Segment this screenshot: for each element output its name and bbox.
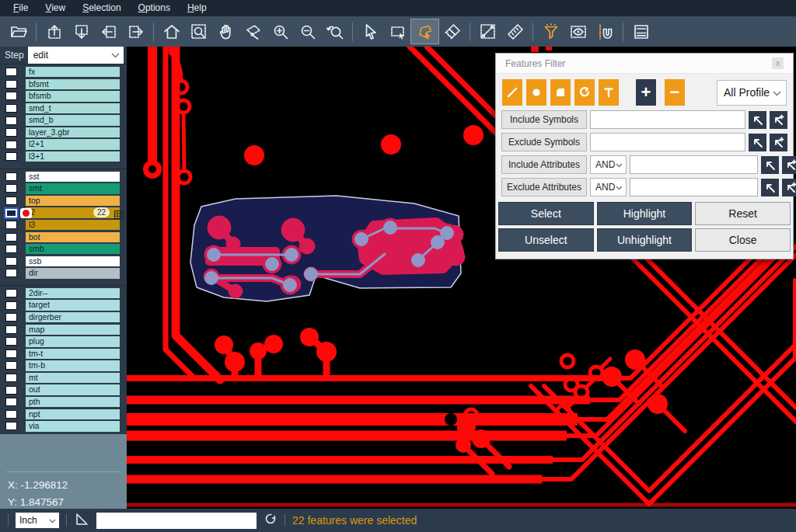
- layer-row-l2+1[interactable]: l2+1: [0, 139, 127, 149]
- pick-icon[interactable]: [749, 134, 766, 151]
- step-export-top-icon[interactable]: [40, 19, 68, 43]
- layer-checkbox[interactable]: [5, 337, 17, 346]
- measure-icon[interactable]: [474, 19, 501, 43]
- layer-row-2dir--[interactable]: 2dir--: [0, 288, 127, 298]
- snap-magnet-icon[interactable]: [592, 19, 619, 43]
- layer-checkbox[interactable]: [5, 184, 17, 193]
- profile-select[interactable]: All Profile: [717, 80, 787, 106]
- layer-panel-icon[interactable]: [627, 19, 655, 43]
- layer-name[interactable]: via: [26, 421, 120, 431]
- layer-checkbox[interactable]: [5, 410, 17, 419]
- layer-name[interactable]: tm-t: [26, 349, 120, 359]
- open-folder-icon[interactable]: [5, 19, 32, 43]
- units-select[interactable]: Inch: [16, 513, 59, 528]
- ruler-icon[interactable]: [501, 19, 529, 43]
- layer-checkbox[interactable]: [5, 386, 17, 395]
- menu-options[interactable]: Options: [130, 1, 179, 16]
- remove-filter-button[interactable]: −: [665, 79, 685, 106]
- surface-filter-button[interactable]: [550, 79, 571, 106]
- layer-checkbox[interactable]: [5, 233, 17, 242]
- layer-checkbox[interactable]: [5, 245, 17, 253]
- layer-name[interactable]: 2dir--: [26, 288, 120, 298]
- layer-checkbox[interactable]: [5, 92, 17, 100]
- features-filter-icon[interactable]: [537, 19, 564, 43]
- layer-checkbox[interactable]: [5, 128, 17, 137]
- layer-checkbox[interactable]: [5, 349, 17, 358]
- pick-add-icon[interactable]: [770, 134, 787, 151]
- layer-row-top[interactable]: top: [0, 196, 127, 206]
- layer-row-smd_t[interactable]: smd_t: [0, 103, 127, 113]
- layer-row-tm-b[interactable]: tm-b: [0, 360, 127, 370]
- zoom-out-icon[interactable]: [294, 19, 321, 43]
- layer-checkbox[interactable]: [5, 398, 17, 406]
- exclude-attributes-input[interactable]: [630, 178, 758, 196]
- select-button[interactable]: Select: [498, 202, 594, 225]
- layer-row-fx[interactable]: fx: [0, 67, 127, 77]
- layer-row-out[interactable]: out: [0, 384, 127, 395]
- layer-name[interactable]: bfsmt: [26, 79, 120, 89]
- select-polygon-icon[interactable]: [411, 19, 438, 43]
- layer-name[interactable]: sst: [26, 172, 120, 182]
- layer-row-sst[interactable]: sst: [0, 172, 127, 182]
- layer-name[interactable]: tm-b: [26, 360, 120, 370]
- layer-row-via[interactable]: via: [0, 421, 127, 431]
- zoom-window-icon[interactable]: [185, 19, 212, 43]
- pan-hand-icon[interactable]: [212, 19, 239, 43]
- layer-checkbox[interactable]: [5, 289, 17, 297]
- close-button[interactable]: Close: [695, 228, 791, 252]
- pick-icon[interactable]: [761, 179, 779, 196]
- layer-checkbox[interactable]: [5, 313, 17, 322]
- layer-row-mt[interactable]: mt: [0, 373, 127, 383]
- layer-name[interactable]: smd_t: [26, 103, 120, 113]
- layer-row-dirgerber[interactable]: dirgerber: [0, 312, 127, 322]
- step-export-left-icon[interactable]: [95, 19, 122, 43]
- layer-row-pth[interactable]: pth: [0, 397, 127, 407]
- layer-row-l3[interactable]: l3: [0, 220, 127, 230]
- layer-row-bfsmb[interactable]: bfsmb: [0, 91, 127, 101]
- clear-brush-icon[interactable]: [438, 19, 466, 43]
- layer-checkbox[interactable]: [5, 80, 17, 89]
- add-filter-button[interactable]: +: [636, 79, 656, 106]
- layer-checkbox[interactable]: [5, 196, 17, 205]
- pick-add-icon[interactable]: [782, 179, 796, 196]
- layer-name[interactable]: ssb: [26, 256, 120, 266]
- layer-checkbox[interactable]: [5, 257, 17, 266]
- layer-checkbox[interactable]: [5, 269, 17, 277]
- layer-checkbox[interactable]: [5, 209, 17, 217]
- include-symbols-input[interactable]: [590, 110, 745, 129]
- step-export-right-icon[interactable]: [122, 19, 149, 43]
- exclude-attributes-operator-select[interactable]: AND: [590, 178, 627, 196]
- home-view-icon[interactable]: [158, 19, 185, 43]
- exclude-symbols-input[interactable]: [590, 133, 745, 151]
- zoom-previous-icon[interactable]: [321, 19, 348, 43]
- layer-checkbox[interactable]: [5, 68, 17, 76]
- layer-name[interactable]: bfsmb: [26, 91, 120, 101]
- step-export-bottom-icon[interactable]: [68, 19, 95, 43]
- layer-name[interactable]: dir: [26, 268, 120, 278]
- layer-name[interactable]: dirgerber: [26, 312, 120, 322]
- menu-help[interactable]: Help: [179, 1, 215, 16]
- layer-row-plug[interactable]: plug: [0, 336, 127, 346]
- pick-add-icon[interactable]: [782, 156, 796, 174]
- layer-checkbox[interactable]: [5, 172, 17, 181]
- layer-checkbox[interactable]: [5, 221, 17, 229]
- command-input[interactable]: [96, 513, 257, 529]
- layer-row-tm-t[interactable]: tm-t: [0, 349, 127, 359]
- refresh-icon[interactable]: [264, 512, 278, 529]
- layer-row-target[interactable]: target: [0, 300, 127, 310]
- text-filter-button[interactable]: [599, 79, 619, 106]
- menu-selection[interactable]: Selection: [74, 1, 129, 16]
- zoom-in-icon[interactable]: [267, 19, 294, 43]
- layer-checkbox[interactable]: [5, 301, 17, 310]
- layer-name[interactable]: plug: [26, 336, 120, 346]
- layer-name[interactable]: smb: [26, 244, 120, 254]
- layer-row-map[interactable]: map: [0, 325, 127, 335]
- highlight-button[interactable]: Highlight: [597, 202, 693, 225]
- unselect-button[interactable]: Unselect: [498, 228, 594, 252]
- layer-checkbox[interactable]: [5, 325, 17, 334]
- layer-name[interactable]: fx: [26, 67, 120, 77]
- layer-checkbox[interactable]: [5, 141, 17, 149]
- layer-checkbox[interactable]: [5, 104, 17, 113]
- view-options-icon[interactable]: [564, 19, 592, 43]
- layer-row-smd_b[interactable]: smd_b: [0, 115, 127, 125]
